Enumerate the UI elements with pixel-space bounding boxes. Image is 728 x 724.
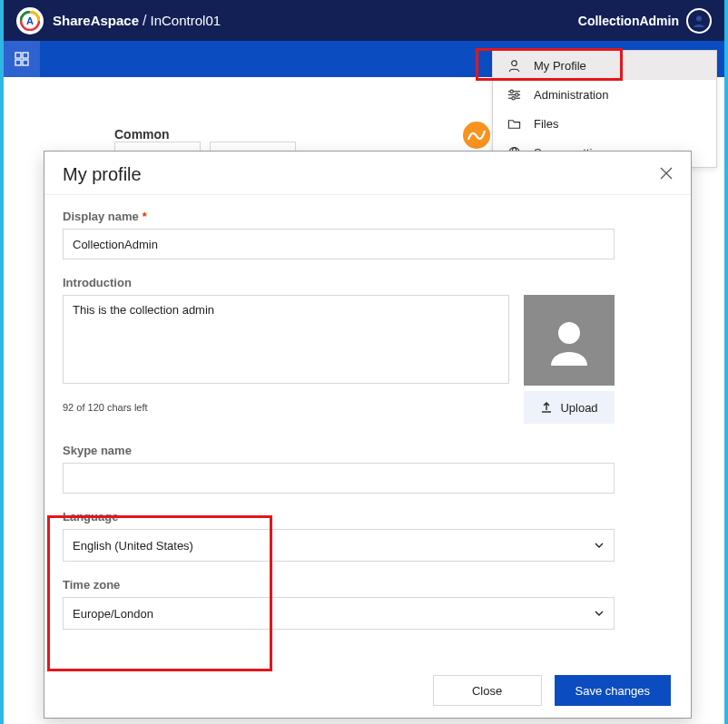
bg-orange-circle-icon	[463, 122, 490, 149]
timezone-select[interactable]: Europe/London	[63, 597, 615, 630]
chevron-down-icon	[594, 540, 605, 551]
dropdown-item-label: Administration	[534, 88, 608, 102]
logo-icon: A	[20, 11, 40, 31]
dropdown-item-my-profile[interactable]: My Profile	[493, 51, 716, 80]
logo: A	[16, 7, 44, 34]
save-button-label: Save changes	[576, 684, 650, 698]
svg-point-19	[558, 322, 580, 344]
skype-input[interactable]	[63, 463, 615, 494]
upload-icon	[540, 401, 553, 414]
svg-rect-6	[23, 60, 28, 65]
person-icon	[692, 14, 706, 28]
modal-footer: Close Save changes	[44, 663, 691, 718]
close-button-label: Close	[472, 684, 502, 698]
required-asterisk: *	[143, 210, 147, 223]
svg-text:A: A	[26, 15, 34, 26]
user-avatar-button[interactable]	[686, 8, 712, 34]
workspace-name: InControl01	[151, 13, 221, 28]
language-value: English (United States)	[73, 539, 193, 553]
my-profile-modal: My profile Display name* Introduction	[44, 151, 692, 719]
dropdown-item-administration[interactable]: Administration	[493, 80, 716, 109]
apps-grid-icon	[15, 52, 29, 66]
upload-label: Upload	[560, 401, 597, 415]
current-user-label: CollectionAdmin	[578, 14, 679, 28]
char-count: 92 of 120 chars left	[63, 402, 148, 413]
header-bar: A ShareAspace / InControl01 CollectionAd…	[4, 0, 724, 41]
svg-point-2	[696, 15, 702, 21]
introduction-label: Introduction	[63, 276, 673, 289]
modal-body: Display name* Introduction 92 of 120 cha…	[44, 195, 691, 663]
dropdown-item-files[interactable]: Files	[493, 109, 716, 138]
close-button[interactable]: Close	[433, 675, 542, 706]
svg-point-11	[516, 93, 518, 95]
svg-rect-5	[15, 60, 21, 65]
language-select[interactable]: English (United States)	[63, 529, 615, 562]
brand-name: ShareAspace	[53, 13, 139, 28]
svg-point-9	[510, 90, 513, 93]
svg-point-13	[512, 96, 515, 99]
svg-rect-3	[15, 53, 21, 58]
display-name-label: Display name*	[63, 210, 673, 223]
chevron-down-icon	[594, 608, 605, 619]
person-icon	[542, 313, 596, 367]
modal-close-button[interactable]	[660, 167, 673, 183]
timezone-label: Time zone	[63, 578, 673, 592]
upload-button[interactable]: Upload	[524, 391, 615, 424]
save-changes-button[interactable]: Save changes	[555, 675, 671, 706]
dropdown-item-label: Files	[534, 117, 558, 131]
apps-grid-button[interactable]	[4, 41, 40, 77]
timezone-value: Europe/London	[73, 607, 153, 621]
modal-title: My profile	[63, 164, 142, 185]
modal-header: My profile	[44, 152, 691, 195]
brand-separator: /	[139, 13, 150, 29]
svg-point-7	[512, 60, 517, 65]
section-heading-common: Common	[114, 127, 170, 142]
dropdown-item-label: My Profile	[534, 59, 586, 73]
sliders-icon	[507, 88, 521, 102]
language-label: Language	[63, 510, 673, 523]
close-icon	[660, 167, 673, 180]
app-frame: A ShareAspace / InControl01 CollectionAd…	[0, 0, 728, 724]
introduction-textarea[interactable]	[63, 295, 509, 384]
display-name-input[interactable]	[63, 229, 615, 259]
svg-rect-4	[23, 53, 28, 58]
person-icon	[507, 59, 521, 73]
folder-icon	[507, 117, 521, 131]
profile-avatar-placeholder	[524, 295, 615, 386]
skype-label: Skype name	[63, 444, 673, 457]
